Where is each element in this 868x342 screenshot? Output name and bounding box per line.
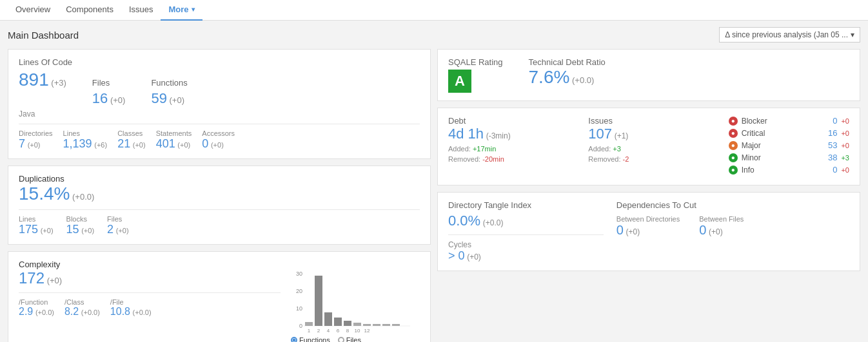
tab-overview[interactable]: Overview xyxy=(8,0,58,21)
language-label: Java xyxy=(19,109,420,119)
files-radio-label[interactable]: Files xyxy=(338,336,361,342)
issues-added: Added: +3 xyxy=(588,145,709,153)
debt-value: 4d 1h xyxy=(448,126,484,142)
major-icon: ● xyxy=(729,141,738,150)
main-content: Main Dashboard Δ since previous analysis… xyxy=(0,21,868,342)
chevron-down-icon: ▾ xyxy=(192,6,195,13)
major-row: ● Major 53 +0 xyxy=(729,140,849,150)
files-radio[interactable] xyxy=(338,337,344,342)
duplications-card: Duplications 15.4% (+0.0) Lines 175 (+0)… xyxy=(8,166,431,245)
svg-text:4: 4 xyxy=(327,328,330,334)
info-row: ● Info 0 +0 xyxy=(729,165,849,175)
svg-text:30: 30 xyxy=(296,271,302,277)
directories-metric: Directories 7 (+0) xyxy=(19,129,53,151)
cycles-value: > 0 xyxy=(448,249,465,262)
critical-count: 16 xyxy=(824,128,837,138)
dashboard-grid: Lines Of Code 891 (+3) Files 16 (+0) Fun… xyxy=(8,49,860,342)
debt-issues-card: Debt 4d 1h (-3min) Added: +17min Removed… xyxy=(437,108,860,185)
files-value: 16 xyxy=(92,90,108,106)
svg-rect-8 xyxy=(334,318,342,326)
complexity-value: 172 xyxy=(19,269,44,287)
dep-title: Dependencies To Cut xyxy=(616,200,849,210)
issues-section: Issues 107 (+1) Added: +3 Removed: -2 xyxy=(588,116,722,177)
tech-debt-value: 7.6% xyxy=(529,67,570,87)
loc-value: 891 xyxy=(19,70,49,90)
complexity-chart: 30 20 10 0 xyxy=(291,269,420,342)
tech-debt-title: Technical Debt Ratio xyxy=(529,57,606,67)
lines-metric: Lines 1,139 (+6) xyxy=(63,129,108,151)
svg-rect-7 xyxy=(324,312,332,326)
dup-delta: (+0.0) xyxy=(72,192,94,202)
sqale-title: SQALE Rating xyxy=(448,57,503,67)
svg-rect-6 xyxy=(315,276,322,326)
issues-value: 107 xyxy=(588,126,612,142)
blocker-delta: +0 xyxy=(841,117,849,125)
info-icon: ● xyxy=(729,166,738,175)
svg-rect-11 xyxy=(363,324,371,326)
loc-title: Lines Of Code xyxy=(19,57,420,67)
top-navigation: Overview Components Issues More ▾ xyxy=(0,0,868,21)
analysis-dropdown[interactable]: Δ since previous analysis (Jan 05 ... ▾ xyxy=(719,27,860,43)
functions-delta: (+0) xyxy=(170,95,184,105)
info-count: 0 xyxy=(824,165,837,175)
svg-rect-5 xyxy=(305,322,313,326)
dependencies-section: Dependencies To Cut Between Directories … xyxy=(616,200,849,263)
svg-text:2: 2 xyxy=(317,328,321,334)
blocker-row: ● Blocker 0 +0 xyxy=(729,116,849,126)
chart-legend: Functions Files xyxy=(291,336,420,342)
debt-delta: (-3min) xyxy=(486,131,511,140)
minor-count: 38 xyxy=(824,153,837,162)
svg-rect-9 xyxy=(344,321,351,326)
cycles-label: Cycles xyxy=(448,240,604,249)
complexity-card: Complexity 172 (+0) /Function 2.9 (+0.0) xyxy=(8,251,431,342)
blocker-count: 0 xyxy=(824,116,837,126)
info-delta: +0 xyxy=(841,166,849,174)
between-files-item: Between Files 0 (+0) xyxy=(699,215,744,238)
critical-row: ● Critical 16 +0 xyxy=(729,128,849,138)
tab-issues[interactable]: Issues xyxy=(121,0,161,21)
tab-components[interactable]: Components xyxy=(58,0,121,21)
tab-more[interactable]: More ▾ xyxy=(161,0,202,21)
dup-files-metric: Files 2 (+0) xyxy=(107,215,129,236)
dropdown-chevron-icon: ▾ xyxy=(851,30,854,39)
debt-section: Debt 4d 1h (-3min) Added: +17min Removed… xyxy=(448,116,582,177)
functions-title: Functions xyxy=(151,78,187,88)
dup-blocks-metric: Blocks 15 (+0) xyxy=(66,215,95,236)
critical-icon: ● xyxy=(729,129,738,138)
per-class-metric: /Class 8.2 (+0.0) xyxy=(64,298,100,318)
blocker-icon: ● xyxy=(729,117,738,126)
minor-delta: +3 xyxy=(841,154,849,162)
functions-radio-label[interactable]: Functions xyxy=(291,336,330,342)
header-row: Main Dashboard Δ since previous analysis… xyxy=(8,27,860,43)
issues-delta: (+1) xyxy=(615,131,629,140)
info-label: Info xyxy=(742,166,821,175)
svg-rect-10 xyxy=(353,323,361,326)
svg-rect-13 xyxy=(382,324,390,326)
critical-label: Critical xyxy=(742,129,821,138)
debt-label: Debt xyxy=(448,116,569,126)
issues-removed: Removed: -2 xyxy=(588,155,709,163)
functions-radio[interactable] xyxy=(291,337,297,342)
major-count: 53 xyxy=(824,140,837,150)
issues-label: Issues xyxy=(588,116,709,126)
svg-text:1: 1 xyxy=(308,328,311,334)
loc-delta: (+3) xyxy=(51,78,66,88)
dup-lines-metric: Lines 175 (+0) xyxy=(19,215,54,236)
severity-section: ● Blocker 0 +0 ● Critical 16 xyxy=(729,116,849,177)
dup-value: 15.4% xyxy=(19,184,70,204)
svg-rect-14 xyxy=(392,324,400,326)
minor-icon: ● xyxy=(729,153,738,162)
blocker-label: Blocker xyxy=(742,117,821,126)
major-label: Major xyxy=(742,141,821,150)
minor-label: Minor xyxy=(742,153,821,162)
accessors-metric: Accessors 0 (+0) xyxy=(202,129,235,151)
svg-text:12: 12 xyxy=(364,328,370,334)
tangle-value: 0.0% xyxy=(448,213,480,229)
tangle-title: Directory Tangle Index xyxy=(448,200,604,210)
classes-metric: Classes 21 (+0) xyxy=(117,129,146,151)
svg-text:10: 10 xyxy=(296,305,302,312)
cycles-delta: (+0) xyxy=(467,252,481,261)
page-title: Main Dashboard xyxy=(8,30,79,41)
sqale-rating: A xyxy=(448,70,471,93)
sqale-card: SQALE Rating A Technical Debt Ratio 7.6%… xyxy=(437,49,860,101)
